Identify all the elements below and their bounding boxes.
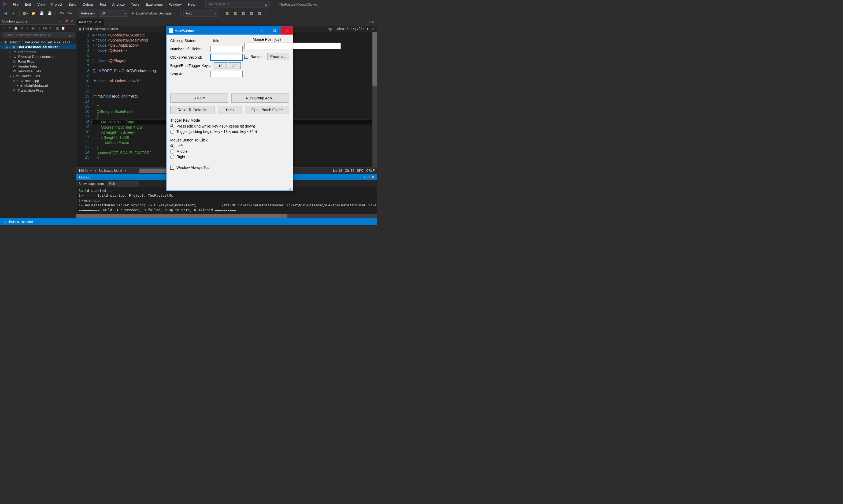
tab-settings-icon[interactable]: ⚙	[372, 20, 374, 24]
save-icon[interactable]: 💾	[38, 10, 45, 17]
radio-middle[interactable]	[170, 149, 174, 154]
menu-extensions[interactable]: Extensions	[143, 1, 165, 7]
config-dropdown[interactable]: Release▾	[78, 10, 97, 17]
radio-left[interactable]	[170, 144, 174, 148]
radio-right[interactable]	[170, 155, 174, 159]
mouse-x-input[interactable]	[244, 42, 292, 49]
tree-references[interactable]: ▷ ▪▪ References	[0, 49, 76, 54]
toolbar-icon-5[interactable]: ▦	[256, 10, 263, 17]
toolbar-icon-1[interactable]: ▦	[224, 10, 230, 17]
sol-refresh-icon[interactable]: ↻	[49, 26, 54, 31]
output-hscroll[interactable]	[76, 214, 377, 218]
output-dropdown-icon[interactable]: ▾	[364, 176, 366, 179]
reset-button[interactable]: Reset To Defaults	[170, 106, 214, 114]
pin-icon[interactable]: 📌	[94, 21, 97, 23]
bc-function[interactable]: rgc, char * argv[]) ▾ ⫽	[328, 27, 374, 31]
output-text[interactable]: Build started... 1>------ Build started:…	[76, 187, 377, 214]
trigger-press-row[interactable]: Press (clicking while: key <13> keeps hi…	[170, 124, 289, 128]
help-button[interactable]: Help	[218, 106, 242, 114]
params-button[interactable]: Params...	[267, 53, 289, 60]
save-all-icon[interactable]: 💾	[47, 10, 53, 17]
tree-header-files[interactable]: 🗀 Header Files	[0, 64, 76, 69]
start-debug-button[interactable]: ▶ Local Windows Debugger ▾	[130, 10, 178, 17]
auto-dropdown[interactable]: Auto▾	[183, 10, 218, 17]
sol-home-icon[interactable]: ⌂	[2, 26, 6, 31]
close-icon[interactable]: ✕	[99, 20, 101, 24]
nav-fwd-icon[interactable]: ▸	[10, 10, 17, 17]
run-group-button[interactable]: Run Group App...	[231, 93, 289, 103]
toolbar-icon-3[interactable]: ▦	[240, 10, 246, 17]
mb-right-row[interactable]: Right	[170, 155, 289, 159]
menu-project[interactable]: Project	[49, 1, 65, 7]
menu-view[interactable]: View	[35, 1, 48, 7]
random-checkbox[interactable]: ✓	[244, 55, 248, 59]
sol-show-icon[interactable]: ◉▾	[31, 26, 36, 31]
always-top-checkbox[interactable]: ✓	[170, 166, 174, 169]
num-clicks-input[interactable]	[210, 46, 243, 52]
undo-icon[interactable]: ↶▾	[58, 10, 65, 17]
quick-search[interactable]: ⌕	[205, 1, 270, 7]
resize-grip-icon[interactable]: ◢	[289, 186, 293, 190]
nav-back-icon[interactable]: ◀	[2, 10, 8, 17]
menu-analyze[interactable]: Analyze	[110, 1, 127, 7]
mb-middle-row[interactable]: Middle	[170, 149, 289, 154]
menu-window[interactable]: Window	[166, 1, 184, 7]
redo-icon[interactable]: ↷▾	[67, 10, 73, 17]
menu-build[interactable]: Build	[66, 1, 79, 7]
tree-main-cpp[interactable]: ▷ ●⧉ main.cpp	[0, 78, 76, 83]
tree-resource-files[interactable]: 🗀 Resource Files	[0, 69, 76, 73]
maximize-button[interactable]: ☐	[268, 26, 281, 35]
solution-tree[interactable]: ●◧ Solution 'TheFastestMouseClicker' (1 …	[0, 39, 76, 218]
bc-project[interactable]: ▣TheFastestMouseClicker	[78, 27, 118, 31]
radio-press[interactable]	[170, 124, 174, 128]
stop-at-input[interactable]	[210, 71, 243, 77]
stop-button[interactable]: STOP!	[170, 93, 228, 103]
panel-pin-icon[interactable]: 📌	[64, 20, 69, 23]
split-icon[interactable]: ⫽	[371, 27, 374, 31]
menu-edit[interactable]: Edit	[22, 1, 34, 7]
qt-mainwindow[interactable]: MainWindow ─ ☐ ✕ Clicking Status: Idle N…	[166, 26, 293, 191]
output-source-dropdown[interactable]: Build	[107, 181, 139, 186]
platform-dropdown[interactable]: x64▾	[99, 10, 128, 17]
solution-search[interactable]: ⌕▾	[2, 32, 74, 38]
tree-solution-node[interactable]: ●◧ Solution 'TheFastestMouseClicker' (1 …	[0, 40, 76, 44]
output-close-icon[interactable]: ✕	[372, 176, 374, 179]
trigger-toggle-row[interactable]: Toggle (clicking begin: key <13>, end: k…	[170, 129, 289, 134]
sol-copy-icon[interactable]: 📋	[60, 26, 66, 31]
panel-dropdown-icon[interactable]: ▾	[58, 20, 63, 23]
tree-form-files[interactable]: 🗀 Form Files	[0, 59, 76, 64]
trigger-key1-input[interactable]	[214, 62, 227, 69]
close-button[interactable]: ✕	[281, 26, 293, 35]
radio-toggle[interactable]	[170, 130, 174, 134]
tree-mainwindow-ui[interactable]: ●▣ MainWindow.ui	[0, 83, 76, 88]
tab-dropdown-icon[interactable]: ▾	[369, 20, 371, 24]
panel-close-icon[interactable]: ✕	[69, 20, 74, 23]
zoom-level[interactable]: 100 %	[78, 169, 88, 173]
output-pin-icon[interactable]: 📌	[367, 176, 371, 179]
tree-external-deps[interactable]: ▷ 🗀 External Dependencies	[0, 54, 76, 59]
new-project-icon[interactable]: ▦▾	[22, 10, 29, 17]
trigger-key2-input[interactable]	[228, 62, 241, 69]
open-icon[interactable]: 📂	[30, 10, 37, 17]
solution-search-input[interactable]	[3, 33, 69, 37]
qt-titlebar[interactable]: MainWindow ─ ☐ ✕	[166, 26, 293, 35]
menu-tools[interactable]: Tools	[128, 1, 142, 7]
mouse-y-input[interactable]	[293, 42, 341, 49]
mb-left-row[interactable]: Left	[170, 144, 289, 148]
sol-collapse-icon[interactable]: ⊡▾	[43, 26, 48, 31]
minimize-button[interactable]: ─	[256, 26, 268, 35]
toolbar-icon-2[interactable]: ▦	[232, 10, 239, 17]
sol-switch-icon[interactable]: ⊞	[19, 26, 24, 31]
menu-help[interactable]: Help	[185, 1, 198, 7]
tree-project-node[interactable]: ◢ ●▣ TheFastestMouseClicker	[0, 44, 76, 49]
sol-back-icon[interactable]: ↶	[7, 26, 12, 31]
tree-translation-files[interactable]: 🗀 Translation Files	[0, 88, 76, 93]
batch-folder-button[interactable]: Open Batch Folder	[245, 106, 289, 114]
menu-debug[interactable]: Debug	[80, 1, 96, 7]
tree-source-files[interactable]: ◢ ●🗀 Source Files	[0, 73, 76, 78]
toolbar-icon-4[interactable]: ▦	[248, 10, 254, 17]
quick-search-input[interactable]	[208, 2, 265, 6]
menu-test[interactable]: Test	[97, 1, 109, 7]
cps-input[interactable]	[210, 54, 243, 60]
sol-props-icon[interactable]: ▦	[55, 26, 59, 31]
